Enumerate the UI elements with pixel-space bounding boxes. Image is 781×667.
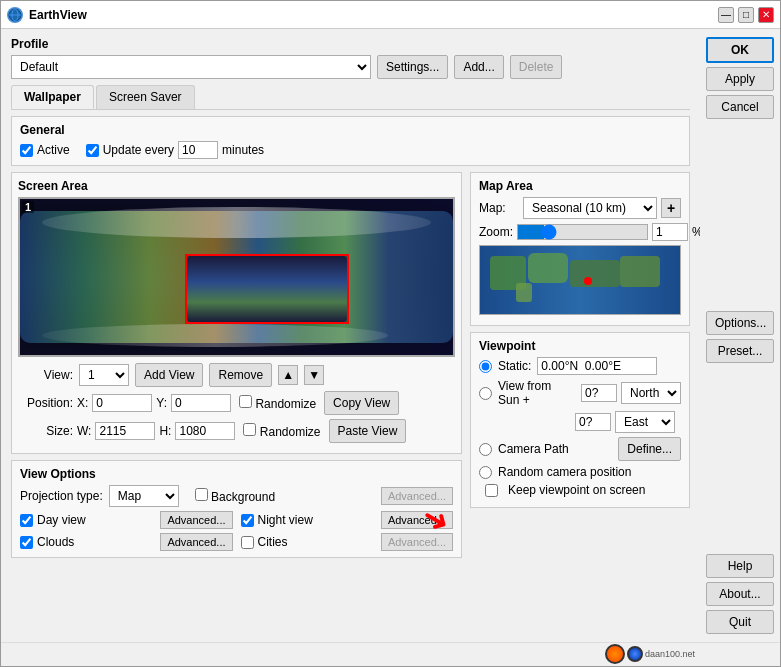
east-row: East West [479,411,681,433]
y-input[interactable] [171,394,231,412]
east-deg-input[interactable] [575,413,611,431]
watermark-text: daan100.net [645,649,695,659]
w-input[interactable] [95,422,155,440]
settings-button[interactable]: Settings... [377,55,448,79]
update-label: Update every [103,143,174,157]
size-label: Size: [18,424,73,438]
w-label: W: [77,424,91,438]
preset-button[interactable]: Preset... [706,339,774,363]
quit-button[interactable]: Quit [706,610,774,634]
view-label: View: [18,368,73,382]
night-view-checkbox[interactable] [241,514,254,527]
static-coords-input[interactable] [537,357,657,375]
tab-screensaver[interactable]: Screen Saver [96,85,195,109]
spacer1 [706,123,774,307]
profile-select[interactable]: Default [11,55,371,79]
options-grid: Day view Advanced... Night view Advanced… [20,511,453,551]
app-icon [7,7,23,23]
options-button[interactable]: Options... [706,311,774,335]
background-checkbox[interactable] [195,488,208,501]
minimize-button[interactable]: — [718,7,734,23]
random-camera-radio[interactable] [479,466,492,479]
title-bar: EarthView — □ ✕ [1,1,780,29]
delete-button[interactable]: Delete [510,55,563,79]
active-checkbox[interactable] [20,144,33,157]
paste-view-button[interactable]: Paste View [329,419,407,443]
clouds-advanced-button[interactable]: Advanced... [160,533,232,551]
viewpoint-section: Viewpoint Static: View from Sun + [470,332,690,508]
view-select[interactable]: 1 [79,364,129,386]
cities-row: Cities Advanced... [241,533,454,551]
add-button[interactable]: Add... [454,55,503,79]
zoom-input[interactable] [652,223,688,241]
map-select[interactable]: Seasonal (10 km) Blue Marble [523,197,657,219]
cities-label: Cities [258,535,288,549]
night-view-advanced-button[interactable]: Advanced... [381,511,453,529]
map-label: Map: [479,201,519,215]
update-value-input[interactable] [178,141,218,159]
cancel-button[interactable]: Cancel [706,95,774,119]
randomize2-checkbox[interactable] [243,423,256,436]
cities-advanced-button[interactable]: Advanced... [381,533,453,551]
x-input[interactable] [92,394,152,412]
north-select[interactable]: North South [621,382,681,404]
projection-select[interactable]: Map Globe [109,485,179,507]
map-area-title: Map Area [479,179,681,193]
randomize1-checkbox[interactable] [239,395,252,408]
background-advanced-button[interactable]: Advanced... [381,487,453,505]
apply-button[interactable]: Apply [706,67,774,91]
down-arrow-button[interactable]: ▼ [304,365,324,385]
spacer2 [706,367,774,551]
zoom-slider[interactable] [517,224,648,240]
remove-button[interactable]: Remove [209,363,272,387]
maximize-button[interactable]: □ [738,7,754,23]
profile-row: Default Settings... Add... Delete [11,55,690,79]
copy-view-button[interactable]: Copy View [324,391,399,415]
random-camera-row: Random camera position [479,465,681,479]
tab-wallpaper[interactable]: Wallpaper [11,85,94,109]
clouds-checkbox[interactable] [20,536,33,549]
day-view-checkbox[interactable] [20,514,33,527]
help-button[interactable]: Help [706,554,774,578]
continent-4 [620,256,660,287]
sun-label: View from Sun + [498,379,575,407]
projection-row: Projection type: Map Globe Background Ad… [20,485,453,507]
add-view-button[interactable]: Add View [135,363,203,387]
about-button[interactable]: About... [706,582,774,606]
continent-5 [516,283,532,302]
map-location-dot [584,277,592,285]
static-radio[interactable] [479,360,492,373]
up-arrow-button[interactable]: ▲ [278,365,298,385]
y-label: Y: [156,396,167,410]
zoom-row: Zoom: % [479,223,681,241]
map-plus-button[interactable]: + [661,198,681,218]
screen-area-box: Screen Area [11,172,462,454]
clouds-label: Clouds [37,535,74,549]
close-button[interactable]: ✕ [758,7,774,23]
sun-radio[interactable] [479,387,492,400]
watermark-earth-icon [627,646,643,662]
ok-button[interactable]: OK [706,37,774,63]
background-row: Background [195,488,275,504]
continent-3 [570,260,620,287]
define-button[interactable]: Define... [618,437,681,461]
night-view-label: Night view [258,513,313,527]
day-view-advanced-button[interactable]: Advanced... [160,511,232,529]
north-deg-input[interactable] [581,384,617,402]
h-label: H: [159,424,171,438]
camera-path-radio[interactable] [479,443,492,456]
window-controls: — □ ✕ [718,7,774,23]
watermark-area: daan100.net [605,644,695,664]
h-input[interactable] [175,422,235,440]
view-options-section: View Options Projection type: Map Globe … [11,460,462,558]
status-bar: daan100.net [1,642,780,666]
screen-area-section: Screen Area [11,172,462,558]
keep-viewpoint-label: Keep viewpoint on screen [508,483,645,497]
keep-viewpoint-checkbox[interactable] [485,484,498,497]
east-select[interactable]: East West [615,411,675,433]
cities-checkbox[interactable] [241,536,254,549]
camera-path-label: Camera Path [498,442,569,456]
update-checkbox[interactable] [86,144,99,157]
right-panel: OK Apply Cancel Options... Preset... Hel… [700,29,780,642]
map-row: Map: Seasonal (10 km) Blue Marble + [479,197,681,219]
